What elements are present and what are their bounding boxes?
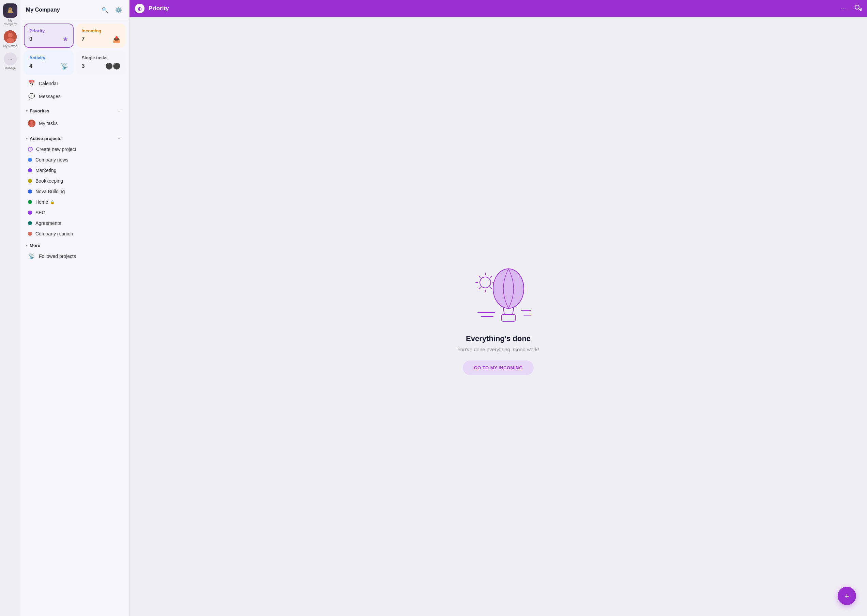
topbar-search-button[interactable] [854,4,862,13]
project-label-company-reunion: Company reunion [35,231,73,236]
project-dot-seo [28,211,32,215]
messages-nav-item[interactable]: 💬 Messages [22,90,127,102]
svg-line-17 [490,288,492,289]
project-label-agreements: Agreements [35,220,61,226]
project-item-marketing[interactable]: Marketing [22,165,127,176]
favorites-toggle[interactable]: ▾ Favorites [26,108,49,113]
topbar: ◐ Priority ··· [129,0,867,17]
company-avatar [3,3,17,18]
svg-line-18 [479,288,480,289]
activity-card-count: 4 [29,63,32,69]
my-tasks-nav-item[interactable]: My tasks [22,116,127,130]
favorites-more-button[interactable]: ··· [115,107,124,115]
project-item-home[interactable]: Home 🔒 [22,197,127,207]
priority-card[interactable]: Priority 0 ★ [24,24,74,48]
single-tasks-count: 3 [82,63,85,69]
sidebar-title: My Company [26,7,60,13]
svg-point-11 [480,277,491,288]
followed-projects-label: Followed projects [39,253,76,259]
project-label-nova-building: Nova Building [35,189,65,194]
priority-card-count: 0 [29,36,32,42]
calendar-icon: 📅 [28,80,35,86]
incoming-card-count: 7 [82,36,85,42]
followed-projects-icon: 📡 [28,253,35,259]
svg-point-1 [9,8,11,10]
main-subtitle: You've done everything. Good work! [457,347,539,352]
messages-label: Messages [39,94,61,99]
my-tasks-label: My tasks [39,121,58,126]
project-label-marketing: Marketing [35,168,56,173]
create-project-label: Create new project [36,146,76,152]
svg-line-16 [479,276,480,277]
more-toggle[interactable]: ▾ More [26,243,40,248]
active-projects-toggle[interactable]: ▾ Active projects [26,136,61,141]
followed-projects-nav-item[interactable]: 📡 Followed projects [22,250,127,262]
active-projects-more-button[interactable]: ··· [115,134,124,142]
company-label: My Company [2,19,19,26]
fab-add-button[interactable]: + [838,587,856,605]
project-item-agreements[interactable]: Agreements [22,218,127,228]
user-label: My Nozbe [3,44,17,48]
topbar-more-button[interactable]: ··· [841,5,846,12]
create-project-plus-icon: + [28,147,33,152]
svg-point-3 [8,33,13,38]
svg-line-19 [490,276,492,277]
home-lock-icon: 🔒 [50,200,55,204]
calendar-nav-item[interactable]: 📅 Calendar [22,77,127,90]
svg-rect-23 [502,314,515,321]
sidebar-scroll: Priority 0 ★ Incoming 7 📥 Activity [20,20,129,616]
project-dot-nova-building [28,189,32,193]
sidebar: My Company 🔍 ⚙️ Priority 0 ★ Incoming [20,0,129,616]
user-avatar [4,30,17,43]
project-item-company-news[interactable]: Company news [22,155,127,165]
active-projects-label: Active projects [30,136,61,141]
project-dot-home [28,200,32,204]
favorites-chevron-icon: ▾ [26,109,28,113]
more-section-header: ▾ More [20,240,129,250]
project-item-company-reunion[interactable]: Company reunion [22,229,127,239]
svg-point-7 [30,124,34,127]
activity-card-label: Activity [29,55,45,60]
manage-icon-item[interactable]: ··· Manage [2,52,19,70]
svg-point-4 [6,38,14,43]
svg-line-21 [504,308,504,314]
single-tasks-card[interactable]: Single tasks 3 ⚫⚫ [76,50,126,75]
svg-line-9 [859,8,861,11]
svg-point-20 [493,269,524,308]
user-icon-item[interactable]: My Nozbe [2,30,19,48]
settings-button[interactable]: ⚙️ [113,5,124,15]
company-icon-item[interactable]: My Company [2,3,19,26]
project-dot-company-news [28,158,32,162]
project-item-bookkeeping[interactable]: Bookkeeping [22,176,127,186]
incoming-card[interactable]: Incoming 7 📥 [76,24,126,48]
project-dot-marketing [28,168,32,173]
project-item-nova-building[interactable]: Nova Building [22,186,127,196]
go-incoming-button[interactable]: GO TO MY INCOMING [463,360,533,375]
my-tasks-avatar [28,119,35,127]
single-tasks-icon: ⚫⚫ [105,62,120,70]
favorites-section-header: ▾ Favorites ··· [20,104,129,116]
sidebar-header: My Company 🔍 ⚙️ [20,0,129,20]
project-item-seo[interactable]: SEO [22,207,127,218]
main-content: ◐ Priority ··· [129,0,867,616]
project-dot-company-reunion [28,232,32,236]
stat-cards: Priority 0 ★ Incoming 7 📥 Activity [20,20,129,77]
activity-feed-icon: 📡 [61,62,68,70]
svg-point-6 [30,121,33,124]
more-chevron-icon: ▾ [26,244,28,247]
project-dot-bookkeeping [28,179,32,183]
priority-star-icon: ★ [63,35,68,43]
active-projects-section-header: ▾ Active projects ··· [20,132,129,144]
messages-icon: 💬 [28,93,35,99]
search-button[interactable]: 🔍 [100,5,110,15]
sidebar-header-icons: 🔍 ⚙️ [100,5,124,15]
content-area: Everything's done You've done everything… [129,17,867,616]
activity-card[interactable]: Activity 4 📡 [24,50,74,75]
priority-card-label: Priority [29,28,45,33]
icon-bar: My Company My Nozbe ··· Manage [0,0,20,616]
project-label-bookkeeping: Bookkeeping [35,178,63,184]
create-project-item[interactable]: + Create new project [22,144,127,154]
calendar-label: Calendar [39,81,58,86]
single-tasks-label: Single tasks [82,55,108,60]
active-projects-chevron-icon: ▾ [26,137,28,140]
